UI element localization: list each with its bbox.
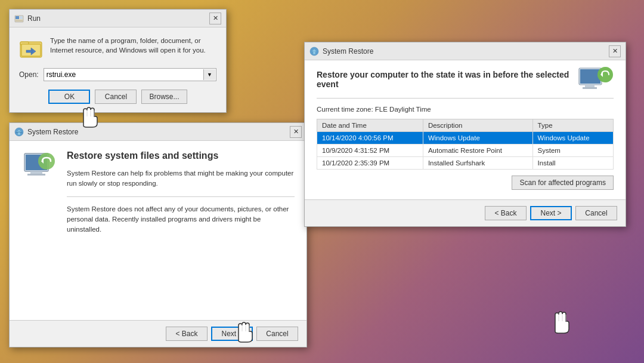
restore-cell-type-0: Windows Update [532, 132, 613, 144]
sr-back-title-text: System Restore [27, 128, 78, 136]
restore-row-2[interactable]: 10/1/2020 2:35:39 PMInstalled SurfsharkI… [317, 157, 614, 170]
restore-cell-date-2: 10/1/2020 2:35:39 PM [317, 157, 423, 170]
svg-rect-17 [27, 174, 45, 176]
run-ok-button[interactable]: OK [48, 90, 90, 104]
svg-rect-1 [16, 16, 19, 19]
run-dropdown-arrow[interactable]: ▼ [203, 69, 215, 80]
sr-back-desc1: System Restore can help fix problems tha… [67, 168, 295, 189]
restore-cell-description-2: Installed Surfshark [423, 157, 532, 170]
restore-cell-date-1: 10/9/2020 4:31:52 PM [317, 144, 423, 157]
svg-rect-28 [583, 87, 597, 89]
svg-rect-13 [18, 132, 20, 135]
svg-rect-16 [30, 171, 42, 174]
run-open-label: Open: [19, 70, 39, 79]
system-restore-back-dialog: System Restore ✕ Restore system fi [9, 122, 307, 347]
sr-main-cancel-button[interactable]: Cancel [575, 206, 617, 220]
svg-rect-3 [16, 20, 23, 21]
restore-cell-date-0: 10/14/2020 4:00:56 PM [317, 132, 423, 144]
restore-row-1[interactable]: 10/9/2020 4:31:52 PMAutomatic Restore Po… [317, 144, 614, 157]
sr-timezone-label: Current time zone: FLE Daylight Time [317, 106, 614, 113]
sr-main-body: Restore your computer to the state it wa… [305, 60, 626, 199]
restore-cell-type-1: System [532, 144, 613, 157]
col-date-time: Date and Time [317, 119, 423, 132]
sr-back-heading: Restore system files and settings [67, 150, 295, 161]
sr-main-back-button[interactable]: < Back [485, 206, 527, 220]
sr-back-cancel-button[interactable]: Cancel [256, 327, 298, 341]
svg-rect-24 [313, 51, 315, 54]
run-title-bar: Run ✕ [10, 10, 226, 27]
sr-main-close-button[interactable]: ✕ [609, 45, 621, 57]
sr-main-next-button[interactable]: Next > [530, 206, 572, 220]
svg-point-18 [38, 153, 55, 170]
run-browse-button[interactable]: Browse... [141, 90, 187, 104]
svg-rect-2 [20, 16, 23, 19]
run-description-text: Type the name of a program, folder, docu… [50, 36, 216, 55]
svg-rect-26 [580, 69, 600, 84]
sr-back-title-icon [14, 127, 24, 137]
sr-back-illustration [21, 150, 57, 186]
sr-back-footer: < Back Next > Cancel [10, 320, 306, 347]
run-dialog: Run ✕ Type the name of a program, folder… [9, 9, 227, 113]
system-restore-main-dialog: System Restore ✕ Restore your computer t… [304, 42, 626, 227]
col-type: Type [532, 119, 613, 132]
sr-main-title-text: System Restore [323, 47, 373, 56]
sr-main-title-bar: System Restore ✕ [305, 42, 626, 60]
svg-point-29 [597, 67, 613, 82]
run-input-field[interactable] [44, 68, 216, 81]
run-app-icon [19, 36, 43, 60]
restore-cell-description-1: Automatic Restore Point [423, 144, 532, 157]
restore-row-0[interactable]: 10/14/2020 4:00:56 PMWindows UpdateWindo… [317, 132, 614, 144]
cursor-hand-next-main [543, 299, 575, 339]
sr-back-desc2: System Restore does not affect any of yo… [67, 204, 295, 235]
restore-cell-type-2: Install [532, 157, 613, 170]
restore-cell-description-0: Windows Update [423, 132, 532, 144]
sr-back-next-button[interactable]: Next > [211, 327, 253, 341]
run-title-text: Run [27, 14, 41, 23]
run-title-icon [14, 14, 24, 23]
sr-back-close-button[interactable]: ✕ [290, 126, 302, 138]
sr-main-illustration [578, 65, 614, 98]
sr-main-heading: Restore your computer to the state it wa… [317, 70, 614, 89]
sr-main-footer: < Back Next > Cancel [305, 199, 626, 226]
run-close-button[interactable]: ✕ [209, 13, 221, 24]
svg-rect-27 [585, 85, 595, 87]
sr-main-title-icon [309, 47, 319, 56]
svg-rect-8 [26, 50, 32, 53]
run-cancel-button[interactable]: Cancel [95, 90, 137, 104]
sr-back-title-bar: System Restore ✕ [10, 123, 306, 141]
scan-affected-button[interactable]: Scan for affected programs [512, 176, 614, 190]
restore-points-table: Date and Time Description Type 10/14/202… [317, 119, 614, 170]
sr-back-back-button[interactable]: < Back [166, 327, 208, 341]
sr-back-body: Restore system files and settings System… [10, 141, 306, 320]
col-description: Description [423, 119, 532, 132]
